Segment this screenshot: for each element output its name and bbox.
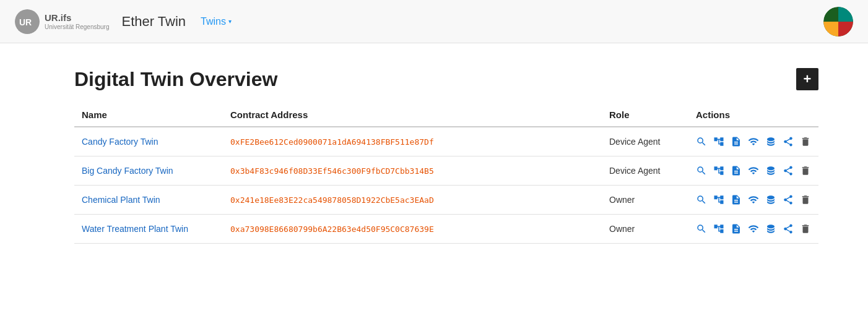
twin-role: Owner <box>602 186 688 215</box>
twins-nav[interactable]: Twins ▾ <box>201 16 232 27</box>
delete-icon[interactable] <box>800 223 811 234</box>
hierarchy-icon[interactable] <box>713 136 724 147</box>
twin-actions <box>688 186 818 215</box>
logo-name: UR.ifs <box>45 12 110 24</box>
search-icon[interactable] <box>696 194 707 205</box>
database-icon[interactable] <box>765 223 776 234</box>
twin-name[interactable]: Candy Factory Twin <box>74 127 223 156</box>
search-icon[interactable] <box>696 165 707 176</box>
document-icon[interactable] <box>731 165 742 176</box>
twins-table: Name Contract Address Role Actions Candy… <box>74 103 818 244</box>
database-icon[interactable] <box>765 165 776 176</box>
logo-subtitle: Universität Regensburg <box>45 24 110 31</box>
page-title: Digital Twin Overview <box>74 68 277 91</box>
delete-icon[interactable] <box>800 194 811 205</box>
col-header-address: Contract Address <box>223 103 602 127</box>
twins-table-container: Name Contract Address Role Actions Candy… <box>74 103 818 244</box>
wifi-icon[interactable] <box>748 136 759 147</box>
contract-address: 0x3b4F83c946f08D33Ef546c300F9fbCD7Cbb314… <box>223 156 602 186</box>
twin-actions <box>688 127 818 156</box>
hierarchy-icon[interactable] <box>713 165 724 176</box>
twin-role: Owner <box>602 215 688 244</box>
page-header: Digital Twin Overview + <box>74 68 818 91</box>
share-icon[interactable] <box>783 136 794 147</box>
twin-role: Device Agent <box>602 156 688 186</box>
share-icon[interactable] <box>783 194 794 205</box>
wifi-icon[interactable] <box>748 165 759 176</box>
twin-actions <box>688 156 818 186</box>
share-icon[interactable] <box>783 223 794 234</box>
table-row: Chemical Plant Twin0x241e18Ee83E22ca5498… <box>74 186 818 215</box>
document-icon[interactable] <box>731 136 742 147</box>
main-content: Digital Twin Overview + Name Contract Ad… <box>0 43 868 268</box>
table-header: Name Contract Address Role Actions <box>74 103 818 127</box>
col-header-name: Name <box>74 103 223 127</box>
wifi-icon[interactable] <box>748 194 759 205</box>
chevron-down-icon: ▾ <box>228 18 232 25</box>
document-icon[interactable] <box>731 223 742 234</box>
twin-actions <box>688 215 818 244</box>
table-row: Big Candy Factory Twin0x3b4F83c946f08D33… <box>74 156 818 186</box>
svg-text:UR: UR <box>19 17 32 27</box>
delete-icon[interactable] <box>800 136 811 147</box>
delete-icon[interactable] <box>800 165 811 176</box>
table-row: Candy Factory Twin0xFE2Bee612Ced0900071a… <box>74 127 818 156</box>
table-row: Water Treatment Plant Twin0xa73098E86680… <box>74 215 818 244</box>
col-header-actions: Actions <box>688 103 818 127</box>
hierarchy-icon[interactable] <box>713 223 724 234</box>
database-icon[interactable] <box>765 136 776 147</box>
user-avatar[interactable] <box>823 7 853 36</box>
app-title: Ether Twin <box>122 14 186 30</box>
app-header: UR UR.ifs Universität Regensburg Ether T… <box>0 0 868 43</box>
table-body: Candy Factory Twin0xFE2Bee612Ced0900071a… <box>74 127 818 244</box>
wifi-icon[interactable] <box>748 223 759 234</box>
search-icon[interactable] <box>696 223 707 234</box>
logo: UR UR.ifs Universität Regensburg <box>15 9 110 34</box>
contract-address: 0x241e18Ee83E22ca549878058D1922CbE5ac3EA… <box>223 186 602 215</box>
database-icon[interactable] <box>765 194 776 205</box>
col-header-role: Role <box>602 103 688 127</box>
logo-text: UR.ifs Universität Regensburg <box>45 12 110 31</box>
add-twin-button[interactable]: + <box>796 68 818 90</box>
hierarchy-icon[interactable] <box>713 194 724 205</box>
contract-address: 0xFE2Bee612Ced0900071a1dA694138FBF511e87… <box>223 127 602 156</box>
logo-circle: UR <box>15 9 40 34</box>
twin-name[interactable]: Water Treatment Plant Twin <box>74 215 223 244</box>
search-icon[interactable] <box>696 136 707 147</box>
share-icon[interactable] <box>783 165 794 176</box>
contract-address: 0xa73098E86680799b6A22B63e4d50F95C0C8763… <box>223 215 602 244</box>
document-icon[interactable] <box>731 194 742 205</box>
twin-role: Device Agent <box>602 127 688 156</box>
twin-name[interactable]: Big Candy Factory Twin <box>74 156 223 186</box>
twins-nav-label: Twins <box>201 16 226 27</box>
twin-name[interactable]: Chemical Plant Twin <box>74 186 223 215</box>
